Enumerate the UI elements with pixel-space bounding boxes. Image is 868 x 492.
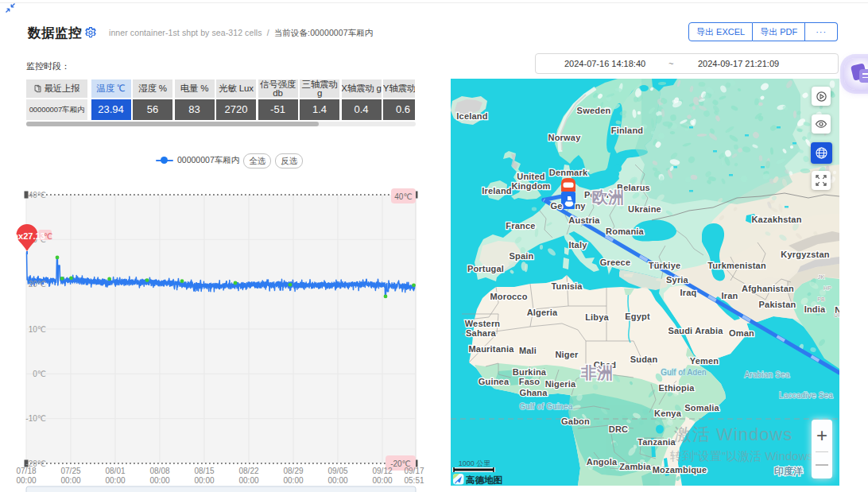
svg-text:France: France [506,221,535,231]
svg-text:08/15: 08/15 [194,467,214,475]
svg-text:Denmark: Denmark [549,168,588,177]
svg-text:Kingdom: Kingdom [511,181,550,191]
svg-text:20℃: 20℃ [29,280,46,289]
svg-text:00:00: 00:00 [372,476,392,485]
svg-text:10℃: 10℃ [29,325,46,334]
svg-text:00:00: 00:00 [60,476,80,485]
svg-text:Kenya: Kenya [654,409,682,418]
svg-text:Mozambique: Mozambique [653,465,707,475]
svg-text:Ethiopia: Ethiopia [659,383,696,393]
svg-text:Niger: Niger [555,350,579,359]
svg-text:40℃: 40℃ [29,191,46,200]
svg-text:08/08: 08/08 [149,467,169,475]
svg-text:Mali: Mali [519,346,537,355]
svg-text:Sudan: Sudan [630,354,658,364]
svg-text:00:00: 00:00 [238,476,258,485]
svg-text:Austria: Austria [568,215,600,225]
svg-text:Iraq: Iraq [680,288,697,297]
svg-text:Angola: Angola [587,457,618,467]
svg-text:高德地图: 高德地图 [466,475,502,485]
svg-text:Kazakhstan: Kazakhstan [751,215,801,224]
svg-text:Italy: Italy [568,240,587,250]
svg-text:Western: Western [465,319,501,328]
svg-text:Egypt: Egypt [625,312,650,321]
svg-text:ax27.13: ax27.13 [14,231,45,241]
svg-text:HP: HP [823,285,831,291]
svg-text:Portugal: Portugal [467,264,504,273]
svg-text:欧洲: 欧洲 [592,188,624,206]
svg-text:Ghana: Ghana [519,388,548,397]
svg-text:DRC: DRC [609,424,628,434]
svg-text:UP: UP [834,312,839,318]
svg-text:ny: ny [575,201,586,211]
svg-text:40℃: 40℃ [394,192,412,201]
svg-text:00:00: 00:00 [149,476,169,485]
svg-text:Arabian Sea: Arabian Sea [744,370,789,379]
svg-text:Gulf of Guinea: Gulf of Guinea [519,402,573,411]
svg-text:Gulf of Aden: Gulf of Aden [661,368,706,377]
svg-text:Laccadive Sea: Laccadive Sea [779,391,833,400]
svg-text:Iran: Iran [722,291,738,300]
svg-text:Afghanistan: Afghanistan [742,284,794,293]
svg-text:09/17: 09/17 [404,467,424,475]
svg-text:00:00: 00:00 [327,476,347,485]
svg-text:Tunisia: Tunisia [551,281,583,291]
svg-text:非洲: 非洲 [580,364,613,382]
svg-text:Pakistan: Pakistan [759,300,796,309]
svg-text:Guinea: Guinea [479,377,510,386]
svg-text:转到“设置”以激活 Windows。: 转到“设置”以激活 Windows。 [669,449,825,463]
svg-text:Libya: Libya [585,312,609,322]
svg-text:Yemen: Yemen [690,356,719,366]
svg-text:Turkmenistan: Turkmenistan [707,261,766,270]
svg-text:09/05: 09/05 [327,467,347,475]
svg-text:00:00: 00:00 [283,476,303,485]
svg-text:05:51: 05:51 [404,476,424,485]
svg-text:Nigeria: Nigeria [545,379,576,389]
svg-text:1000 公里: 1000 公里 [459,459,491,467]
svg-text:08/29: 08/29 [283,467,303,475]
svg-text:Norway: Norway [548,133,582,142]
svg-text:Sweden: Sweden [577,106,611,115]
svg-text:0℃: 0℃ [33,370,46,378]
svg-text:Syria: Syria [666,275,689,285]
svg-text:Ireland: Ireland [482,186,511,196]
svg-text:Oman: Oman [729,328,754,338]
svg-text:Morocco: Morocco [490,292,527,301]
svg-text:℃: ℃ [44,232,52,241]
svg-text:Iceland: Iceland [456,111,487,121]
svg-text:Zambia: Zambia [619,462,651,471]
svg-text:Ukraine: Ukraine [628,204,661,214]
svg-text:Saudi Arabia: Saudi Arabia [668,326,723,335]
svg-text:Greece: Greece [600,258,631,267]
svg-text:00:00: 00:00 [105,476,125,485]
svg-text:India: India [804,304,826,314]
svg-text:09/12: 09/12 [372,467,392,475]
svg-text:United: United [517,172,544,181]
svg-text:Somalia: Somalia [684,403,719,413]
svg-text:Ge: Ge [550,201,562,211]
svg-text:Sahara: Sahara [466,328,497,338]
svg-text:08/22: 08/22 [238,467,258,475]
svg-text:JK: JK [818,274,825,280]
svg-text:PB: PB [817,296,825,302]
svg-text:08/01: 08/01 [105,467,125,475]
svg-text:Burkina: Burkina [513,367,547,377]
svg-text:Algeria: Algeria [527,308,558,317]
svg-text:07/25: 07/25 [60,467,80,475]
svg-text:印度洋: 印度洋 [774,466,804,477]
svg-text:激活 Windows: 激活 Windows [674,424,792,444]
svg-text:Türkiye: Türkiye [649,261,681,270]
svg-text:Kyrgyzstan: Kyrgyzstan [781,250,829,259]
svg-text:-10℃: -10℃ [25,414,46,423]
svg-text:Tanzania: Tanzania [637,437,676,447]
svg-text:Mauritania: Mauritania [468,344,514,354]
svg-text:00:00: 00:00 [194,476,214,485]
svg-text:Spain: Spain [510,251,534,261]
svg-text:Romania: Romania [606,227,645,236]
svg-text:Finland: Finland [611,126,644,135]
svg-text:00:00: 00:00 [16,476,36,485]
svg-text:07/18: 07/18 [16,467,36,475]
svg-text:Gabon: Gabon [561,416,590,426]
svg-text:Faso: Faso [519,377,541,386]
